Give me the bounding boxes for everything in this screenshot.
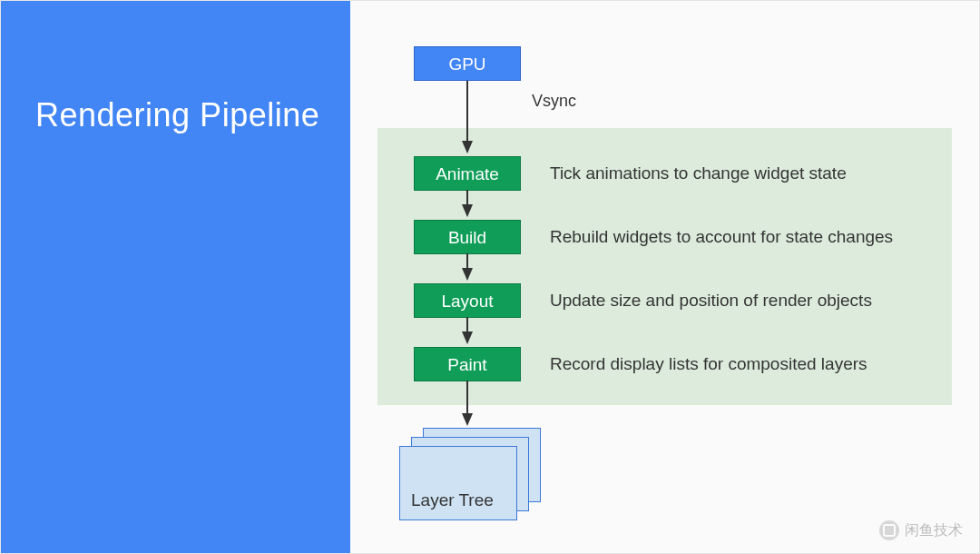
diagram-panel: GPU Vsync Animate Tick animations to cha… bbox=[350, 1, 979, 553]
slide-title: Rendering Pipeline bbox=[35, 96, 319, 134]
stage-desc-animate: Tick animations to change widget state bbox=[550, 163, 847, 183]
watermark-text: 闲鱼技术 bbox=[905, 521, 963, 540]
stage-paint: Paint Record display lists for composite… bbox=[414, 346, 867, 382]
slide-container: Rendering Pipeline GPU Vsync Animate Tic… bbox=[0, 0, 980, 554]
layer-tree-label: Layer Tree bbox=[411, 490, 494, 510]
stage-box-build: Build bbox=[414, 220, 521, 254]
gpu-box: GPU bbox=[414, 46, 521, 81]
stage-desc-layout: Update size and position of render objec… bbox=[550, 291, 872, 311]
stage-desc-paint: Record display lists for composited laye… bbox=[550, 354, 867, 374]
vsync-label: Vsync bbox=[532, 92, 576, 111]
stage-layout: Layout Update size and position of rende… bbox=[414, 282, 872, 319]
title-panel: Rendering Pipeline bbox=[1, 1, 350, 553]
watermark: 闲鱼技术 bbox=[879, 520, 963, 540]
stage-box-animate: Animate bbox=[414, 156, 521, 191]
layer-tree-group: Layer Tree bbox=[397, 428, 543, 519]
layer-tree-card-front: Layer Tree bbox=[399, 446, 517, 520]
stage-desc-build: Rebuild widgets to account for state cha… bbox=[550, 227, 893, 247]
stage-build: Build Rebuild widgets to account for sta… bbox=[414, 219, 893, 255]
pipeline-diagram: GPU Vsync Animate Tick animations to cha… bbox=[377, 37, 952, 526]
stage-box-paint: Paint bbox=[414, 347, 521, 381]
stage-animate: Animate Tick animations to change widget… bbox=[414, 155, 847, 192]
stage-box-layout: Layout bbox=[414, 283, 521, 318]
watermark-icon bbox=[879, 520, 899, 540]
